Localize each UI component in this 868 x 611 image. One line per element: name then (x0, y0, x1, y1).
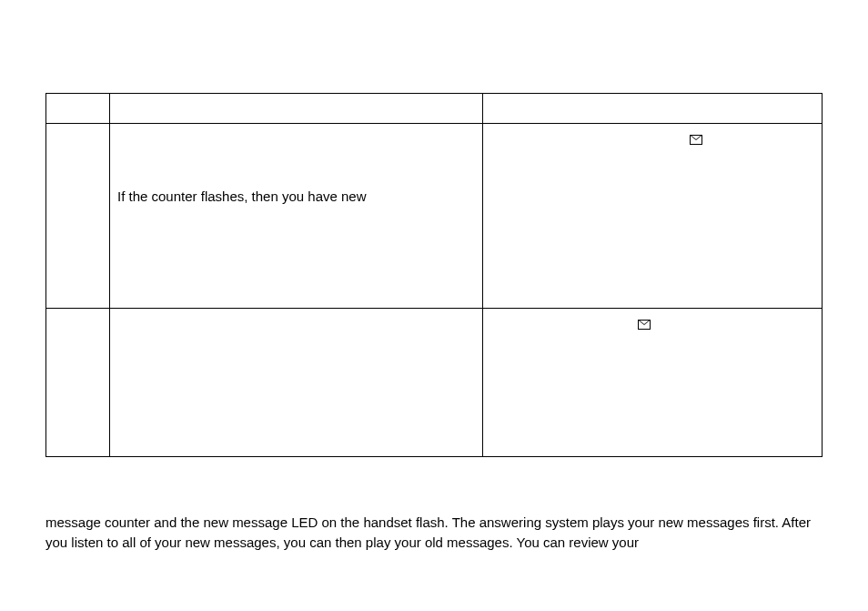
envelope-icon (638, 320, 651, 330)
step-number: 2 (46, 308, 110, 456)
text: In standby mode, press (490, 316, 636, 331)
outro-text: When the answering system has incoming m… (45, 494, 823, 573)
table-header-row: Step From the base From a handset (46, 93, 823, 123)
header-base: From the base (110, 93, 483, 123)
handset-cell-1: When you have new messages, appears in t… (483, 123, 823, 308)
text: Press to play back new messages. If ther… (117, 354, 471, 408)
envelope-icon (690, 135, 702, 145)
table-row: 2 Press to start playing messages. Press… (46, 308, 823, 456)
text: If the counter display "FL", then the an… (117, 246, 443, 280)
base-cell-1: The message counter displays the number … (110, 123, 483, 308)
text: If there are no new messages, the answer… (490, 373, 810, 408)
text: When the answering system has incoming m… (45, 495, 783, 511)
header-step: Step (46, 93, 110, 123)
text: When you have new messages, (490, 131, 688, 147)
text: The message counter displays the number … (117, 131, 457, 166)
handset-cell-2: In standby mode, press or select the Mes… (483, 308, 823, 456)
visible-line: If the counter flashes, then you have ne… (117, 188, 367, 204)
text: If "FL" displays instead of the number, … (490, 227, 772, 261)
table-row: 1 The message counter displays the numbe… (46, 123, 823, 308)
intro-text: You can use the answering machine from t… (45, 36, 823, 76)
step-number: 1 (46, 123, 110, 308)
base-cell-2: Press to start playing messages. Press t… (110, 308, 483, 456)
text: The number of new messages is shown in t… (490, 169, 768, 204)
instruction-table: Step From the base From a handset 1 The … (45, 93, 823, 457)
header-handset: From a handset (483, 93, 823, 123)
text: Press to start playing messages. (117, 316, 315, 331)
